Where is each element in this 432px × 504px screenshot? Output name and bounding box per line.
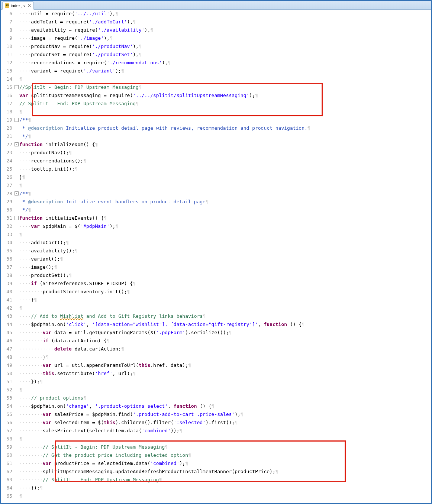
code-line[interactable]: //SplitIt - Begin: PDP Upstream Messagin… <box>19 83 431 91</box>
code-line[interactable]: ····util = require('../../util'),¶ <box>19 10 431 18</box>
code-line[interactable]: ········splititUpstreamMessaging.updateA… <box>19 468 431 476</box>
code-line[interactable]: ¶ <box>19 181 431 190</box>
tab-title: index.js <box>11 3 25 8</box>
line-number: 33 <box>1 230 12 239</box>
code-line[interactable]: ····recommendations = require('./recomme… <box>19 59 431 67</box>
code-line[interactable]: // SplitIt - End: PDP Upstream Messaging… <box>19 100 431 108</box>
code-line[interactable]: ¶ <box>19 304 431 312</box>
line-number: 15 <box>1 83 12 91</box>
fold-toggle[interactable]: - <box>14 190 19 198</box>
line-number: 31 <box>1 214 12 222</box>
line-number: 10 <box>1 42 12 51</box>
code-line[interactable]: */¶ <box>19 132 431 140</box>
code-line[interactable]: function initializeDom() {¶ <box>19 140 431 149</box>
code-line[interactable]: ········var selectedItem = $(this).child… <box>19 419 431 427</box>
line-number: 45 <box>1 329 12 337</box>
code-line[interactable]: ········// Get the product price includi… <box>19 451 431 459</box>
line-number: 60 <box>1 451 12 459</box>
line-number: 52 <box>1 386 12 394</box>
line-number: 40 <box>1 288 12 296</box>
line-number: 38 <box>1 271 12 280</box>
tab-bar: JS index.js ✕ <box>1 1 431 10</box>
code-line[interactable]: }¶ <box>19 173 431 181</box>
code-line[interactable]: ¶ <box>19 492 431 500</box>
line-number: 46 <box>1 337 12 345</box>
code-line[interactable]: ¶ <box>19 108 431 116</box>
code-line[interactable]: ····variant = require('./variant');¶ <box>19 67 431 75</box>
javascript-file-icon: JS <box>5 3 9 8</box>
code-line[interactable]: ····image = require('./image'),¶ <box>19 34 431 42</box>
code-line[interactable]: /**¶ <box>19 190 431 198</box>
fold-toggle[interactable]: - <box>14 116 19 124</box>
line-number: 30 <box>1 206 12 214</box>
line-number: 58 <box>1 435 12 443</box>
code-line[interactable]: ····// product options¶ <box>19 394 431 402</box>
code-line[interactable]: var splititUpstreamMessaging = require('… <box>19 91 431 100</box>
line-number: 12 <box>1 59 12 67</box>
code-line[interactable]: ····$pdpMain.on('click', '[data-action="… <box>19 320 431 329</box>
code-line[interactable]: ····if (SitePreferences.STORE_PICKUP) {¶ <box>19 280 431 288</box>
code-line[interactable]: ····productNav = require('./productNav')… <box>19 42 431 51</box>
close-icon[interactable]: ✕ <box>28 3 31 8</box>
code-line[interactable]: ····addToCart();¶ <box>19 239 431 247</box>
code-line[interactable]: ····productSet();¶ <box>19 271 431 280</box>
code-line[interactable]: ¶ <box>19 435 431 443</box>
line-number: 6 <box>1 10 12 18</box>
code-line[interactable]: ····recommendations();¶ <box>19 157 431 165</box>
line-number: 49 <box>1 361 12 369</box>
code-line[interactable]: ····var $pdpMain = $('#pdpMain');¶ <box>19 222 431 230</box>
code-line[interactable]: ····availability = require('./availabili… <box>19 26 431 34</box>
code-line[interactable]: * @description Initialize event handlers… <box>19 198 431 206</box>
line-number: 20 <box>1 124 12 132</box>
line-number: 55 <box>1 410 12 419</box>
code-line[interactable]: ¶ <box>19 75 431 83</box>
code-line[interactable]: ········var productPrice = selectedItem.… <box>19 459 431 468</box>
code-area[interactable]: 6789101112131415161718192021222324252627… <box>1 10 431 503</box>
line-number: 22 <box>1 140 12 149</box>
line-number: 18 <box>1 108 12 116</box>
code-line[interactable]: ········var url = util.appendParamsToUrl… <box>19 361 431 369</box>
code-line[interactable]: ····addToCart = require('./addToCart'),¶ <box>19 18 431 26</box>
code-line[interactable]: ····$pdpMain.on('change', '.product-opti… <box>19 402 431 410</box>
code-line[interactable]: ········this.setAttribute('href', url);¶ <box>19 369 431 378</box>
code-line[interactable]: ····productNav();¶ <box>19 149 431 157</box>
line-number: 19 <box>1 116 12 124</box>
code-line[interactable]: ····availability();¶ <box>19 247 431 255</box>
code-line[interactable]: ····image();¶ <box>19 263 431 271</box>
code-line[interactable]: ········salesPrice.text(selectedItem.dat… <box>19 427 431 435</box>
code-line[interactable]: ········// SplitIt - End: PDP Upstream M… <box>19 476 431 484</box>
line-number: 7 <box>1 18 12 26</box>
fold-toggle[interactable]: - <box>14 214 19 222</box>
code-line[interactable]: */¶ <box>19 206 431 214</box>
code-line[interactable]: ····// Add to Wishlist and Add to Gift R… <box>19 312 431 320</box>
line-number: 17 <box>1 100 12 108</box>
code-line[interactable]: ····tooltip.init();¶ <box>19 165 431 173</box>
code-line[interactable]: * @description Initialize product detail… <box>19 124 431 132</box>
code-line[interactable]: ············delete data.cartAction;¶ <box>19 345 431 353</box>
code-line[interactable]: ····}¶ <box>19 296 431 304</box>
code-line[interactable]: ········var data = util.getQueryStringPa… <box>19 329 431 337</box>
line-number: 65 <box>1 492 12 500</box>
code-line[interactable]: ····});¶ <box>19 484 431 492</box>
fold-toggle[interactable]: - <box>14 140 19 149</box>
fold-toggle[interactable]: - <box>14 83 19 91</box>
line-number-gutter: 6789101112131415161718192021222324252627… <box>1 10 14 503</box>
code-line[interactable]: ¶ <box>19 386 431 394</box>
line-number: 25 <box>1 165 12 173</box>
line-number: 53 <box>1 394 12 402</box>
code-line[interactable]: ········var salesPrice = $pdpMain.find('… <box>19 410 431 419</box>
code-line[interactable]: ····});¶ <box>19 378 431 386</box>
code-line[interactable]: ¶ <box>19 230 431 239</box>
code-line[interactable]: ········}¶ <box>19 353 431 361</box>
line-number: 61 <box>1 459 12 468</box>
code-lines[interactable]: ····util = require('../../util'),¶····ad… <box>19 10 431 503</box>
code-line[interactable]: ········// SplitIt - Begin: PDP Upstream… <box>19 443 431 451</box>
code-line[interactable]: ········productStoreInventory.init();¶ <box>19 288 431 296</box>
code-line[interactable]: function initializeEvents() {¶ <box>19 214 431 222</box>
code-line[interactable]: /**¶ <box>19 116 431 124</box>
line-number: 41 <box>1 296 12 304</box>
code-line[interactable]: ········if (data.cartAction) {¶ <box>19 337 431 345</box>
code-line[interactable]: ····productSet = require('./productSet')… <box>19 51 431 59</box>
code-line[interactable]: ····variant();¶ <box>19 255 431 263</box>
tab-index-js[interactable]: JS index.js ✕ <box>2 1 34 10</box>
